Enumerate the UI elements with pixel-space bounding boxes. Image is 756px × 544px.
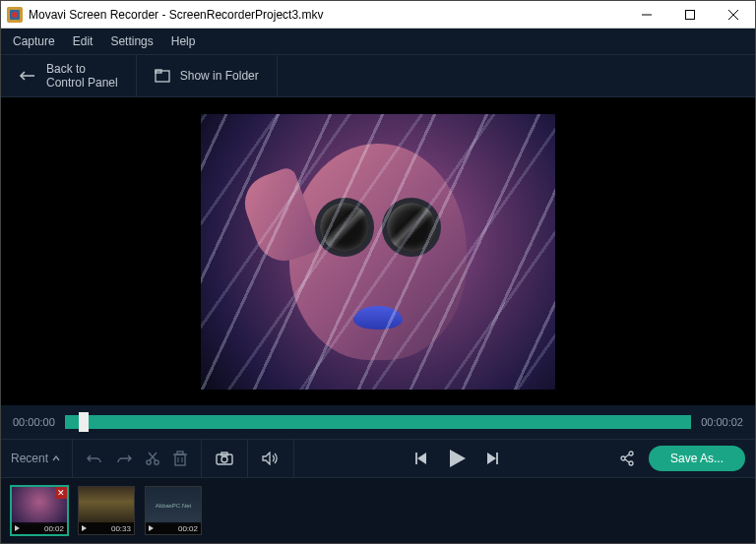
redo-button[interactable]	[116, 452, 132, 465]
close-button[interactable]	[712, 1, 755, 28]
menubar: Capture Edit Settings Help	[1, 29, 755, 54]
prev-button[interactable]	[414, 452, 428, 465]
edit-group	[73, 440, 202, 477]
volume-button[interactable]	[262, 452, 280, 465]
recent-toggle[interactable]: Recent	[11, 440, 73, 477]
time-current: 00:00:00	[13, 416, 55, 428]
svg-point-20	[221, 456, 227, 462]
play-icon	[15, 525, 20, 531]
show-in-folder-button[interactable]: Show in Folder	[137, 55, 278, 96]
capture-group	[202, 440, 248, 477]
controls-bar: Recent Save As...	[1, 439, 755, 478]
play-icon	[82, 525, 87, 531]
play-button[interactable]	[446, 448, 468, 469]
timeline: 00:00:00 00:00:02	[1, 405, 755, 439]
recent-label: Recent	[11, 452, 48, 465]
svg-line-12	[150, 453, 157, 460]
titlebar: Movavi Screen Recorder - ScreenRecorderP…	[1, 1, 755, 29]
next-button[interactable]	[485, 452, 499, 465]
share-button[interactable]	[619, 451, 635, 466]
menu-help[interactable]: Help	[171, 34, 196, 48]
folder-icon	[155, 69, 170, 83]
video-preview[interactable]	[1, 97, 755, 405]
audio-group	[248, 440, 294, 477]
svg-point-28	[629, 452, 633, 455]
thumb-time: 00:02	[178, 524, 198, 533]
chevron-up-icon	[52, 455, 60, 461]
svg-marker-25	[450, 450, 466, 467]
svg-rect-18	[177, 452, 183, 454]
playhead[interactable]	[79, 412, 89, 432]
svg-line-32	[625, 459, 629, 462]
show-label: Show in Folder	[180, 69, 259, 83]
thumb-delete-button[interactable]: ✕	[55, 487, 67, 499]
top-actions: Back to Control Panel Show in Folder	[1, 54, 755, 97]
thumb-1[interactable]: ✕ 00:02	[11, 486, 68, 535]
back-label: Back to Control Panel	[46, 62, 118, 90]
svg-marker-22	[263, 453, 270, 464]
svg-point-2	[12, 12, 18, 18]
svg-line-31	[625, 454, 629, 457]
app-icon	[7, 7, 23, 23]
thumb-image: AbbasPC.Net	[146, 487, 201, 524]
svg-rect-14	[175, 454, 185, 465]
minimize-button[interactable]	[625, 1, 668, 28]
save-label: Save As...	[670, 452, 724, 465]
svg-point-10	[147, 460, 151, 464]
play-icon	[149, 525, 154, 531]
thumb-time: 00:02	[44, 524, 64, 533]
svg-rect-4	[686, 10, 695, 19]
arrow-left-icon	[19, 70, 36, 82]
window-buttons	[625, 1, 755, 28]
menu-capture[interactable]: Capture	[13, 34, 55, 48]
menu-settings[interactable]: Settings	[110, 34, 153, 48]
save-as-button[interactable]: Save As...	[649, 446, 745, 471]
playback-group	[294, 448, 619, 469]
back-button[interactable]: Back to Control Panel	[1, 55, 137, 96]
thumb-3[interactable]: AbbasPC.Net 00:02	[145, 486, 202, 535]
maximize-button[interactable]	[668, 1, 712, 28]
svg-point-30	[629, 461, 633, 465]
timeline-track[interactable]	[65, 415, 691, 429]
cut-button[interactable]	[146, 451, 159, 466]
thumb-image	[79, 487, 134, 524]
time-total: 00:00:02	[701, 416, 743, 428]
svg-point-29	[621, 456, 625, 460]
undo-button[interactable]	[87, 452, 102, 465]
delete-button[interactable]	[173, 451, 187, 466]
thumb-2[interactable]: 00:33	[78, 486, 135, 535]
svg-marker-24	[417, 453, 426, 464]
svg-marker-27	[487, 453, 496, 464]
menu-edit[interactable]: Edit	[73, 34, 94, 48]
recent-thumbs: ✕ 00:02 00:33 AbbasPC.Net 00:02	[1, 478, 755, 543]
window-title: Movavi Screen Recorder - ScreenRecorderP…	[29, 8, 625, 22]
svg-point-11	[155, 460, 158, 464]
app-body: Capture Edit Settings Help Back to Contr…	[1, 29, 755, 543]
screenshot-button[interactable]	[216, 452, 233, 465]
svg-line-13	[149, 453, 156, 460]
preview-frame	[201, 114, 555, 390]
thumb-time: 00:33	[111, 524, 131, 533]
